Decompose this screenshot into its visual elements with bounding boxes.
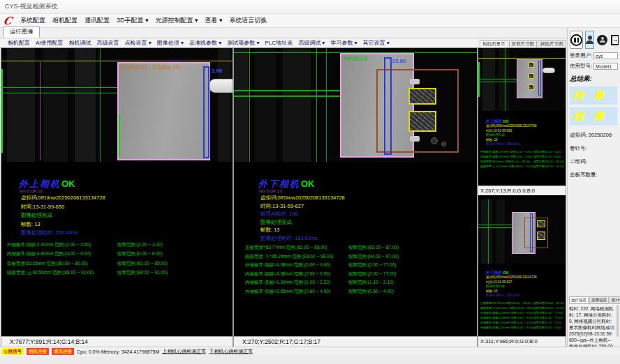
tab-all-dimensions[interactable]: 所有尺寸图 [509, 40, 538, 47]
menu-item[interactable]: 查看 ▾ [202, 15, 226, 26]
tab-stat-info[interactable]: 统计信息 [610, 296, 620, 304]
toolbar-item[interactable]: 点检设置 ▾ [122, 39, 154, 47]
app-logo-icon: C [2, 15, 13, 27]
camera-title-line: 外下相机OK [478, 268, 566, 275]
camera-image-middle[interactable]: AI检测区域 723.80 [234, 48, 477, 162]
barcode-line: 虚拟码:0ff1iinw20250208133134728 [1, 194, 232, 203]
green-measure-line [478, 227, 512, 228]
tab-run-info[interactable]: 运行信息 [569, 296, 589, 304]
pause-button[interactable] [570, 31, 583, 49]
camera-status: OK [503, 119, 509, 123]
toolbar-item[interactable]: 图像处理 ▾ [154, 39, 186, 47]
titlebar: CYS-视觉检测系统 [0, 0, 620, 14]
measurement-row: 内侧极耳-隔膜=4.38mm 范围:(0.00 ~ 9.00) 报警范围:(2.… [245, 271, 477, 280]
yellow-marker-box [529, 62, 534, 68]
camera-title: 外上相机 [485, 119, 502, 123]
menu-item[interactable]: 光源控制配置 ▾ [152, 15, 201, 26]
measurement-alarm-range: 报警范围:(2.20 ~ 3.20) [117, 242, 163, 252]
measurement-alarm-range: 报警范围:(0.60 ~ 4.00) [533, 326, 561, 331]
measurement-value: 外侧极耳-隔膜=4.38mm 范围:(0.00 ~ 9.00) [245, 262, 348, 271]
info-scrollbar[interactable] [617, 305, 619, 337]
toolbar-item[interactable]: 高级调试 ▾ [295, 39, 327, 47]
tab-alarm-info[interactable]: 报警信息 [589, 296, 609, 304]
thumbnail-view-top[interactable]: 外上相机OK 虚拟码:0ff1iinw20250208133134728 时间:… [478, 48, 566, 185]
pixel-coordinate-bar-left: X:7677;Y:891;R:14;G:14;B:14 [1, 336, 232, 347]
measurement-alarm-range: 报警范围:(1.10 ~ 2.10) [348, 280, 394, 289]
toolbar-items: 相机配置AI使用配置相机调试高级设置点检设置 ▾图像处理 ▾基准线参数 ▾测试项… [5, 39, 392, 47]
process-time-line: 图像处理耗时: 256.00ms [478, 142, 566, 147]
menu-item[interactable]: 3D手配置 ▾ [113, 15, 152, 26]
measurement-value: 隔膜宽度-上:90.56mm 范围:(88.00 ~ 92.00) [7, 270, 117, 280]
menu-item[interactable]: 相机配置 [49, 15, 81, 26]
toolbar: 相机配置AI使用配置相机调试高级设置点检设置 ▾图像处理 ▾基准线参数 ▾测试项… [0, 38, 477, 48]
yellow-marker-box [529, 84, 534, 90]
measurement-row: 正极宽度=83.77mm 范围:(82.00 ~ 88.00) 报警范围:(83… [480, 301, 566, 306]
measurement-rows: 正极宽度=83.77mm 范围:(82.00 ~ 88.00) 报警范围:(83… [234, 245, 477, 297]
user-manage-button[interactable] [596, 31, 608, 49]
toolbar-item[interactable]: PLC地址表 [263, 39, 296, 47]
camera-connect-badge: 相机连接 [27, 348, 49, 355]
thumbnail-image-bottom [478, 199, 566, 264]
measurement-value: 正极宽度=83.77mm 范围:(82.00 ~ 88.00) [480, 301, 533, 306]
menu-items: 系统配置相机配置通讯配置3D手配置 ▾光源控制配置 ▾查看 ▾系统语言切换 [17, 15, 271, 26]
menu-item[interactable]: 通讯配置 [81, 15, 113, 26]
ai-time-line: 极耳AI耗时: 166 [234, 210, 477, 218]
measurement-value: 负极宽度:83.05mm 范围:(80.00 ~ 86.00) [7, 261, 117, 271]
thumbnail-tabs: 相机图显示 所有尺寸图 缺陷尺寸图 [478, 38, 566, 48]
toolbar-item[interactable]: 基准线参数 ▾ [186, 39, 224, 47]
measurement-value: 隔膜宽度-下=95.24mm 范围:(93.00 ~ 98.00) [480, 306, 533, 311]
measurement-value: 内侧极耳-负极=1.90mm 范围:(1.00 ~ 2.20) [245, 280, 348, 289]
measurement-row: 隔膜宽度-上:90.56mm 范围:(88.00 ~ 92.00) 报警范围:(… [480, 165, 566, 169]
measurement-value: 内侧极耳-隔膜=4.38mm 范围:(0.00 ~ 9.00) [245, 271, 348, 280]
yellow-defect-box [408, 111, 436, 132]
toolbar-item[interactable]: AI使用配置 [33, 39, 66, 47]
window-title: CYS-视觉检测系统 [5, 2, 58, 11]
measurement-row: 内侧极耳-隔膜:4.60mm 范围:(3.00 ~ 6.00) 报警范围:(0.… [7, 251, 232, 261]
baseline-yellow-line [1, 61, 232, 61]
yellow-marker-box [529, 73, 534, 79]
menubar: C 系统配置相机配置通讯配置3D手配置 ▾光源控制配置 ▾查看 ▾系统语言切换 [0, 14, 620, 28]
thumbnail-column: 外上相机OK 虚拟码:0ff1iinw20250208133134728 时间:… [478, 48, 566, 347]
tab-defect-dimensions[interactable]: 缺陷尺寸图 [538, 40, 566, 47]
frame-count-line: 帧数: 13 [234, 226, 477, 234]
model-field[interactable]: Model1 [593, 63, 618, 70]
measurement-row: 外侧极耳-隔膜:2.91mm 范围:(2.00 ~ 3.50) 报警范围:(2.… [7, 242, 232, 252]
green-measure-line [1, 93, 117, 93]
measurement-alarm-range: 报警范围:(81.00 ~ 85.00) [117, 261, 168, 271]
measurement-value: 外侧极耳-负极=2.65mm 范围:(0.60 ~ 4.00) [245, 289, 348, 298]
menu-item[interactable]: 系统配置 [17, 15, 49, 26]
green-measure-line [488, 199, 489, 264]
measurement-row: 隔膜宽度-下=95.24mm 范围:(93.00 ~ 98.00) 报警范围:(… [480, 306, 566, 311]
model-row: 使用型号: Model1 [570, 63, 618, 70]
toolbar-item[interactable]: 相机配置 [5, 39, 33, 47]
user-login-button[interactable] [585, 31, 594, 49]
toolbar-item[interactable]: 相机调试 [66, 39, 94, 47]
measurement-value: 外侧极耳-隔膜:2.91mm 范围:(2.00 ~ 3.50) [480, 150, 533, 155]
camera-image-left[interactable]: 静态阈值:93，动态阈值:100 1.66 [1, 48, 232, 162]
tab-run-image[interactable]: 运行图像 [3, 26, 40, 38]
toolbar-item[interactable]: 其它设置 ▾ [360, 39, 392, 47]
menu-item[interactable]: 系统语言切换 [226, 15, 271, 26]
tab-camera-image[interactable]: 相机图显示 [480, 40, 508, 47]
camera-status: OK [503, 271, 509, 275]
needle-number-field: 卷针号: [570, 145, 618, 152]
measurement-alarm-range: 报警范围:(0.00 ~ 8.00) [117, 251, 163, 261]
login-user-field[interactable]: cys [593, 52, 618, 59]
exit-button[interactable]: → [610, 31, 619, 49]
toolbar-item[interactable]: 测试项参数 ▾ [224, 39, 262, 47]
thumbnail-view-bottom[interactable]: 外下相机OK 虚拟码:0ff1iinw20250208133134728 时间:… [478, 195, 566, 336]
measurement-rows: 外侧极耳-隔膜:2.91mm 范围:(2.00 ~ 3.50) 报警范围:(2.… [478, 150, 566, 169]
measurement-alarm-range: 报警范围:(83.00 ~ 87.00) [348, 245, 399, 254]
pause-icon [570, 34, 582, 46]
blue-roi-label: 1.66 [212, 68, 223, 74]
thumbnail-overlay-bottom: 外下相机OK 虚拟码:0ff1iinw20250208133134728 时间:… [478, 268, 566, 331]
toolbar-item[interactable]: 高级设置 [94, 39, 122, 47]
ng-ok-counter: NG:0;OK:13 [234, 189, 477, 194]
measurement-alarm-range: 报警范围:(83.00 ~ 87.00) [533, 301, 564, 306]
pixel-coordinate-bar-middle: X:270;Y:2502;R:17;G:17;B:17 [234, 336, 477, 347]
user-icon [588, 36, 592, 40]
measurement-value: 负极宽度:83.05mm 范围:(80.00 ~ 86.00) [480, 160, 533, 165]
green-measure-line [100, 48, 101, 162]
toolbar-item[interactable]: 学习参数 ▾ [327, 39, 360, 47]
yellow-defect-box [537, 232, 545, 240]
